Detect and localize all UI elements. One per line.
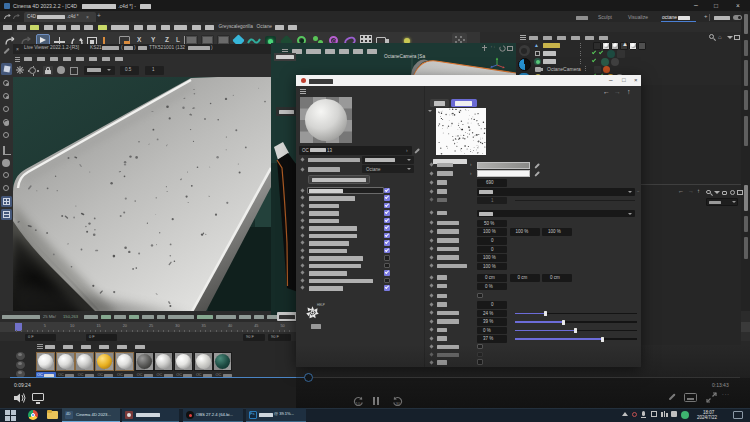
svg-text:10: 10 bbox=[355, 400, 360, 405]
svg-text:30: 30 bbox=[395, 400, 400, 405]
